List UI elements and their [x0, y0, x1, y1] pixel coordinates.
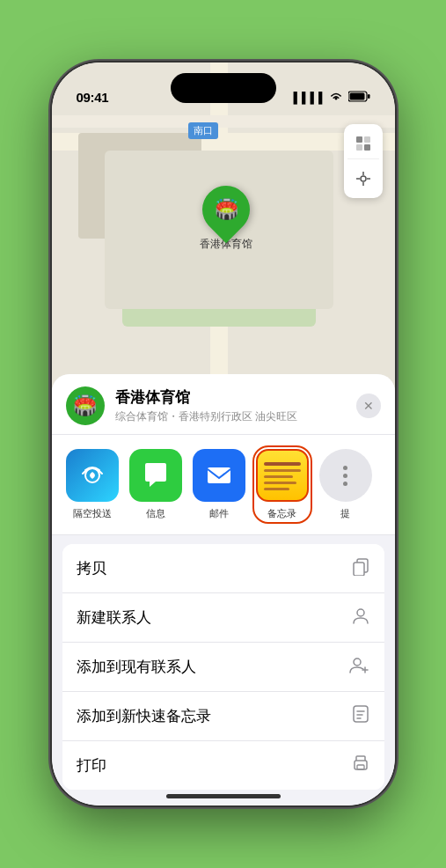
svg-rect-5	[356, 144, 362, 151]
mail-icon	[193, 449, 245, 502]
close-button[interactable]: ✕	[356, 394, 381, 418]
airdrop-icon	[66, 449, 119, 502]
notes-icon	[256, 449, 309, 502]
print-icon	[351, 754, 370, 777]
share-mail[interactable]: 邮件	[193, 449, 245, 520]
battery-icon	[348, 91, 370, 105]
share-row: 隔空投送 信息	[52, 435, 395, 535]
new-contact-icon	[351, 606, 370, 629]
venue-name: 香港体育馆	[115, 387, 346, 408]
svg-point-7	[361, 176, 366, 181]
dot1	[343, 466, 347, 470]
svg-rect-1	[368, 94, 370, 99]
svg-rect-6	[364, 144, 370, 151]
share-notes[interactable]: 备忘录	[256, 449, 309, 520]
messages-label: 信息	[146, 507, 165, 520]
messages-icon	[129, 449, 182, 502]
copy-label: 拷贝	[77, 558, 106, 578]
airdrop-label: 隔空投送	[73, 507, 112, 520]
map-control-panel	[344, 124, 383, 198]
svg-rect-20	[354, 706, 368, 722]
venue-info: 香港体育馆 综合体育馆・香港特别行政区 油尖旺区	[115, 387, 346, 424]
add-notes-icon	[351, 704, 370, 728]
add-existing-icon	[349, 655, 370, 679]
more-label: 提	[340, 507, 350, 520]
wifi-icon	[329, 92, 343, 105]
svg-point-17	[354, 658, 361, 666]
venue-description: 综合体育馆・香港特别行政区 油尖旺区	[115, 409, 346, 424]
dot3	[343, 482, 347, 486]
map-pin-circle: 🏟️	[192, 176, 259, 243]
venue-icon: 🏟️	[66, 386, 105, 425]
map-path	[52, 115, 395, 128]
map-pin: 🏟️ 香港体育馆	[200, 186, 252, 252]
share-messages[interactable]: 信息	[129, 449, 182, 520]
share-more[interactable]: 提	[319, 449, 372, 520]
action-copy[interactable]: 拷贝	[62, 544, 384, 593]
add-notes-label: 添加到新快速备忘录	[77, 706, 211, 726]
dynamic-island	[171, 73, 276, 103]
svg-point-16	[357, 609, 364, 616]
new-contact-label: 新建联系人	[77, 607, 151, 628]
svg-rect-13	[208, 467, 230, 483]
signal-icon: ▐▐▐▐	[289, 92, 323, 104]
dot2	[343, 474, 347, 478]
south-entrance-label: 南口	[188, 122, 218, 139]
svg-rect-3	[356, 136, 362, 143]
phone-frame: 09:41 ▐▐▐▐	[52, 63, 395, 805]
action-add-notes[interactable]: 添加到新快速备忘录	[62, 692, 384, 741]
action-new-contact[interactable]: 新建联系人	[62, 593, 384, 643]
print-label: 打印	[77, 755, 106, 776]
sheet-header: 🏟️ 香港体育馆 综合体育馆・香港特别行政区 油尖旺区 ✕	[52, 374, 395, 435]
notes-label: 备忘录	[267, 507, 296, 520]
action-print[interactable]: 打印	[62, 741, 384, 790]
status-time: 09:41	[77, 90, 109, 105]
more-icon	[319, 449, 372, 502]
mail-label: 邮件	[209, 507, 229, 520]
home-indicator	[166, 794, 281, 798]
action-add-existing[interactable]: 添加到现有联系人	[62, 643, 384, 692]
phone-screen: 09:41 ▐▐▐▐	[52, 63, 395, 805]
map-type-button[interactable]	[347, 128, 379, 159]
add-existing-label: 添加到现有联系人	[77, 657, 196, 677]
status-icons: ▐▐▐▐	[289, 91, 369, 105]
copy-icon	[351, 556, 370, 580]
bottom-sheet: 🏟️ 香港体育馆 综合体育馆・香港特别行政区 油尖旺区 ✕	[52, 374, 395, 805]
svg-rect-2	[349, 93, 364, 100]
location-button[interactable]	[347, 163, 379, 195]
share-airdrop[interactable]: 隔空投送	[66, 449, 119, 520]
svg-rect-15	[354, 563, 364, 576]
svg-rect-4	[364, 136, 370, 143]
map-pin-icon: 🏟️	[214, 198, 238, 221]
action-list: 拷贝 新建联系人	[62, 544, 384, 790]
